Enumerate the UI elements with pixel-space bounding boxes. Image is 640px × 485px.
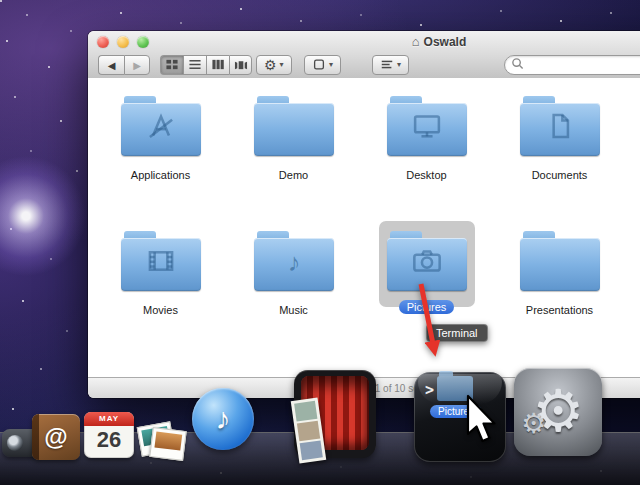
arrange-icon [380,58,394,73]
folder-label: Pictures [399,300,455,314]
svg-text:♪: ♪ [287,248,300,276]
folder-demo[interactable]: Demo [238,78,350,213]
folder-grid: Applications Demo Desktop Documents [94,78,634,348]
applications-glyph [139,107,183,145]
search-icon [511,56,524,74]
chevron-down-icon: ▾ [397,61,401,69]
column-view-icon [210,58,226,73]
folder-icon [254,96,334,156]
photo-booth-icon[interactable] [294,370,376,458]
back-button[interactable]: ◀ [98,55,124,75]
titlebar[interactable]: ⌂Oswald [88,31,640,53]
search-field[interactable] [504,55,640,75]
folder-applications[interactable]: Applications [105,78,217,213]
photo-stack [138,416,186,464]
icon-view-icon [164,58,180,73]
music-note-glyph: ♪ [272,242,316,280]
action-menu-button[interactable]: ⚙ ▾ [256,55,292,75]
folder-icon [121,231,201,291]
window-title: Oswald [424,35,467,49]
folder-presentations[interactable]: Presentations [504,213,616,348]
none [272,107,316,145]
folder-desktop[interactable]: Desktop [371,78,483,213]
folder-label: Applications [131,169,190,181]
icon-view-button[interactable] [160,55,183,75]
folder-music[interactable]: ♪ Music [238,213,350,348]
dragged-folder-icon [437,376,473,401]
home-icon: ⌂ [412,34,420,49]
camera-lens [7,435,24,451]
arrange-menu-button[interactable]: ▾ [372,55,409,75]
folder-view: Applications Demo Desktop Documents [88,78,640,378]
bright-star [0,156,86,276]
system-preferences-icon[interactable]: ⚙⚙ [514,368,602,456]
calendar-body: MAY26 [84,412,134,458]
address-book-icon[interactable]: @ [32,414,80,464]
desktop-glyph [405,107,449,145]
photos-icon[interactable] [138,416,186,464]
dragged-folder-label: Pictures [430,405,482,418]
none [538,242,582,280]
view-switcher [160,55,252,75]
view-options-icon [312,58,326,73]
dock-tooltip: Terminal [426,324,488,342]
folder-label: Documents [532,169,588,181]
movies-glyph [139,242,183,280]
folder-icon [520,231,600,291]
drag-ghost: Pictures [430,376,480,419]
column-view-button[interactable] [206,55,229,75]
window-header: ⌂Oswald ◀ ▶ ⚙ ▾ ▾ ▾ [88,31,640,79]
photo-booth-body [294,370,376,458]
view-options-menu-button[interactable]: ▾ [304,55,341,75]
folder-icon [387,231,467,291]
folder-documents[interactable]: Documents [504,78,616,213]
at-sign-glyph: @ [44,423,67,451]
calendar-icon[interactable]: MAY26 [84,412,134,462]
calendar-month: MAY [84,412,134,426]
chevron-down-icon: ▾ [280,61,284,69]
dock-tooltip-label: Terminal [436,327,478,339]
folder-icon [387,96,467,156]
camera-glyph [405,242,449,280]
coverflow-view-button[interactable] [229,55,252,75]
folder-icon [520,96,600,156]
folder-label: Movies [143,304,178,316]
back-chevron-icon: ◀ [108,60,116,71]
folder-label: Music [279,304,308,316]
folder-icon [121,96,201,156]
gear-icon: ⚙ [264,58,277,72]
folder-label: Demo [279,169,308,181]
folder-label: Presentations [526,304,593,316]
itunes-body: ♪ [192,388,254,450]
coverflow-view-icon [233,58,249,73]
folder-icon: ♪ [254,231,334,291]
forward-button[interactable]: ▶ [124,55,150,75]
search-input[interactable] [528,58,640,72]
starfield [0,0,2,2]
calendar-day: 26 [84,426,134,455]
gear-icon: ⚙ [521,410,546,438]
folder-movies[interactable]: Movies [105,213,217,348]
finder-window: ⌂Oswald ◀ ▶ ⚙ ▾ ▾ ▾ [88,31,640,398]
list-view-button[interactable] [183,55,206,75]
forward-chevron-icon: ▶ [133,60,141,71]
back-forward-control: ◀ ▶ [98,55,150,75]
chevron-down-icon: ▾ [329,61,333,69]
folder-label: Desktop [406,169,446,181]
address-book-body: @ [32,414,80,460]
list-view-icon [187,58,203,73]
gears-body: ⚙⚙ [514,368,602,456]
documents-glyph [538,107,582,145]
itunes-icon[interactable]: ♪ [192,388,254,450]
